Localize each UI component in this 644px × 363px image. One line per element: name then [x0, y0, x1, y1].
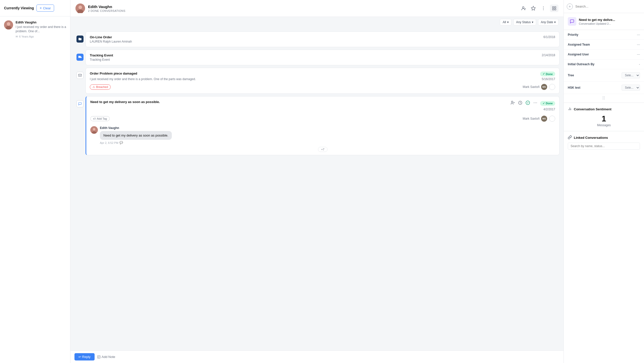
agent-badge: Mark Saxtoñ MS: [523, 84, 547, 90]
sidebar-contact-item[interactable]: Edith Vaughn I just received my order an…: [0, 16, 70, 42]
svg-point-4: [78, 6, 82, 9]
conversation-card-1[interactable]: On-Line Order LAUREN Ralph Lauren Aminah…: [86, 31, 559, 47]
mark-done-button[interactable]: [549, 116, 555, 122]
agent-name: Mark Saxtoñ: [523, 85, 540, 89]
search-bar-area: +: [564, 0, 644, 13]
messages-label: Messages: [568, 123, 640, 127]
chevron-down-icon: ▾: [507, 20, 509, 24]
truck-icon: [76, 54, 84, 61]
svg-point-10: [543, 10, 544, 10]
status-filter-button[interactable]: Any Status ▾: [513, 19, 536, 25]
conversation-icon: [568, 17, 576, 26]
table-row: On-Line Order LAUREN Ralph Lauren Aminah…: [74, 31, 559, 47]
svg-point-16: [511, 101, 513, 103]
card-date: 2/14/2018: [542, 53, 555, 57]
more-messages: +7: [90, 147, 555, 152]
link-icon: [568, 135, 572, 140]
contact-avatar: [4, 20, 13, 29]
resolve-button[interactable]: [525, 100, 531, 107]
linked-search-input[interactable]: [568, 143, 640, 150]
svg-point-8: [543, 7, 544, 7]
bottom-bar: ↩ Reply Add Note: [70, 350, 564, 363]
middle-panel: Edith Vaughn 2 DONE CONVERSATIONS: [70, 0, 564, 363]
more-conv-options-button[interactable]: [533, 100, 538, 107]
chevron-down-icon: ▾: [554, 20, 556, 24]
alert-icon: ⚠: [93, 85, 95, 89]
sentiment-label: Conversation Sentiment: [574, 107, 612, 111]
close-icon: ×: [40, 6, 42, 10]
card-left: Order Problem piece damaged I just recei…: [90, 72, 196, 81]
conversation-card-2[interactable]: Tracking Event Tracking Event 2/14/2018: [86, 50, 559, 65]
clear-button[interactable]: × Clear: [36, 5, 54, 12]
card-actions: Mark Saxtoñ MS: [523, 84, 555, 90]
assign-icon-button[interactable]: [520, 5, 527, 12]
done-badge: ✓ Done: [540, 72, 555, 76]
email-icon: ✉: [16, 35, 18, 38]
svg-point-1: [7, 22, 10, 26]
star-icon-button[interactable]: [530, 5, 537, 12]
grid-view-button[interactable]: [550, 5, 558, 12]
card-tag-row: 🏷 Add Tag Mark Saxtoñ MS: [86, 116, 559, 124]
mark-done-button[interactable]: [549, 84, 555, 90]
assigned-user-value: —: [637, 53, 640, 56]
svg-rect-15: [78, 74, 82, 76]
hsk-test-select[interactable]: Sele...: [622, 85, 640, 91]
conversation-card-3[interactable]: Order Problem piece damaged I just recei…: [86, 68, 559, 94]
date-filter-button[interactable]: Any Date ▾: [538, 19, 558, 25]
snooze-button[interactable]: [517, 100, 523, 107]
contact-info: Edith Vaughn I just received my order an…: [16, 20, 66, 38]
card-footer: ⚠ Breached Mark Saxtoñ MS: [90, 84, 555, 90]
add-tag-button[interactable]: 🏷 Add Tag: [90, 116, 110, 121]
add-button[interactable]: +: [567, 4, 573, 10]
message-sender-avatar: [90, 126, 98, 134]
card-date: 5/16/2017: [542, 77, 555, 81]
contact-header-avatar: [75, 4, 85, 13]
check-icon: ✓: [543, 102, 545, 105]
middle-header: Edith Vaughn 2 DONE CONVERSATIONS: [70, 0, 564, 17]
check-icon: ✓: [543, 72, 545, 76]
contact-time: ✉ 6 Years Ago: [16, 35, 66, 38]
active-conv-header: Need to get my delivery as soon as possi…: [86, 96, 559, 113]
card-actions-top: ✓ Done: [510, 100, 555, 107]
reply-button[interactable]: ↩ Reply: [74, 353, 95, 360]
card-top: Order Problem piece damaged I just recei…: [90, 72, 555, 81]
add-note-button[interactable]: Add Note: [97, 355, 115, 359]
timeline-icon-col: [74, 50, 86, 61]
chevron-down-icon: ▾: [532, 20, 533, 24]
done-badge: ✓ Done: [540, 101, 555, 106]
card-right: ✓ Done 5/16/2017: [540, 72, 555, 81]
linked-section: Linked Conversations: [564, 131, 644, 154]
card-subtitle: LAUREN Ralph Lauren Aminah: [90, 40, 132, 43]
message-content: Edith Vaughn Need to get my delivery as …: [100, 126, 172, 144]
message-sender-name: Edith Vaughn: [100, 126, 172, 130]
tree-select[interactable]: Sele...: [622, 72, 640, 78]
add-participants-button[interactable]: [510, 100, 515, 107]
right-panel: + Need to get my delive... Conversation …: [564, 0, 644, 363]
sentiment-header: Conversation Sentiment: [568, 107, 640, 112]
show-more-button[interactable]: +7: [318, 147, 328, 152]
contact-header-text: Edith Vaughn 2 DONE CONVERSATIONS: [88, 5, 126, 12]
linked-header: Linked Conversations: [568, 135, 640, 140]
card-top: On-Line Order LAUREN Ralph Lauren Aminah…: [90, 35, 555, 43]
timeline-icon-col: [74, 68, 86, 79]
right-conv-sub: Conversation Updated 2...: [579, 22, 615, 25]
sidebar-header: Currently Viewing × Clear: [0, 0, 70, 16]
sentiment-section: Conversation Sentiment 1 Messages: [564, 103, 644, 131]
conversation-card-4[interactable]: Need to get my delivery as soon as possi…: [86, 96, 559, 155]
svg-rect-14: [555, 9, 556, 10]
svg-point-9: [543, 8, 544, 9]
svg-rect-12: [555, 7, 556, 8]
all-filter-button[interactable]: All ▾: [500, 19, 511, 25]
hsk-test-label: HSK test: [568, 86, 580, 89]
svg-marker-7: [531, 6, 536, 10]
search-input[interactable]: [575, 5, 641, 8]
right-conv-text: Need to get my delive... Conversation Up…: [579, 18, 615, 25]
assigned-user-row: Assigned User —: [564, 50, 644, 59]
assigned-team-label: Assigned Team: [568, 43, 590, 46]
more-options-button[interactable]: [540, 5, 547, 12]
details-section: Priority — Assigned Team — Assigned User…: [564, 30, 644, 94]
sentiment-count: 1: [568, 114, 640, 123]
message-time: Apr 2, 6:52 PM 💬: [100, 141, 172, 144]
card-body: I just received my order and there is a …: [90, 77, 196, 81]
message-channel-icon: 💬: [119, 141, 123, 144]
